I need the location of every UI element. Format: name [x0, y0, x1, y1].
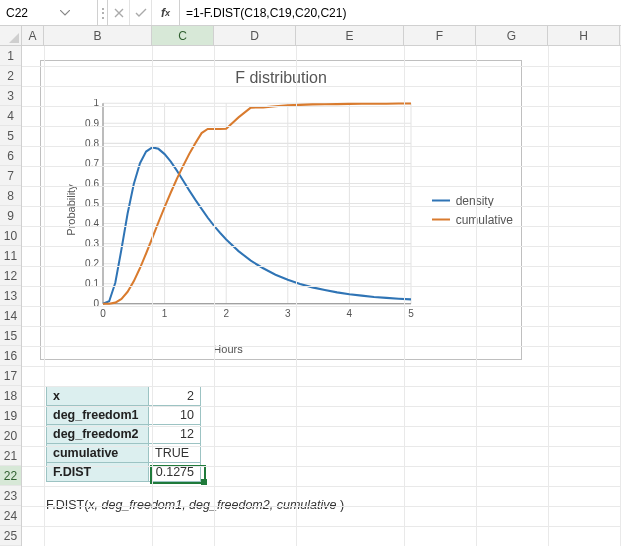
param-value[interactable]: 10 — [149, 406, 201, 425]
svg-text:0.4: 0.4 — [85, 218, 99, 229]
sheet-area[interactable]: F distribution Probability 00.10.20.30.4… — [22, 46, 621, 546]
row-header-22[interactable]: 22 — [0, 466, 21, 486]
formula-bar: ⋮ fx — [0, 0, 621, 26]
row-header-13[interactable]: 13 — [0, 286, 21, 306]
svg-text:3: 3 — [285, 307, 291, 318]
chevron-down-icon[interactable] — [58, 6, 72, 20]
row-header-19[interactable]: 19 — [0, 406, 21, 426]
row-header-6[interactable]: 6 — [0, 146, 21, 166]
svg-text:1: 1 — [162, 307, 168, 318]
svg-text:0: 0 — [100, 307, 106, 318]
row-header-18[interactable]: 18 — [0, 386, 21, 406]
svg-text:0.3: 0.3 — [85, 238, 99, 249]
function-syntax-hint: F.DIST(x, deg_freedom1, deg_freedom2, cu… — [46, 498, 344, 512]
svg-text:1: 1 — [93, 99, 99, 109]
syntax-close: ) — [340, 498, 344, 512]
legend-swatch-cumulative — [432, 219, 450, 221]
column-header-F[interactable]: F — [404, 26, 476, 45]
column-header-H[interactable]: H — [548, 26, 620, 45]
param-value[interactable]: 2 — [149, 387, 201, 406]
accept-formula-button[interactable] — [130, 0, 152, 25]
row-header-24[interactable]: 24 — [0, 506, 21, 526]
row-header-10[interactable]: 10 — [0, 226, 21, 246]
column-headers: ABCDEFGH — [0, 26, 621, 46]
legend-item-cumulative: cumulative — [432, 213, 513, 227]
row-header-15[interactable]: 15 — [0, 326, 21, 346]
column-header-E[interactable]: E — [296, 26, 404, 45]
column-header-C[interactable]: C — [152, 26, 214, 45]
row-header-4[interactable]: 4 — [0, 106, 21, 126]
row-header-2[interactable]: 2 — [0, 66, 21, 86]
x-axis-title: Hours — [41, 343, 415, 355]
row-header-1[interactable]: 1 — [0, 46, 21, 66]
row-header-23[interactable]: 23 — [0, 486, 21, 506]
legend-swatch-density — [432, 200, 450, 202]
row-header-20[interactable]: 20 — [0, 426, 21, 446]
row-header-25[interactable]: 25 — [0, 526, 21, 546]
row-header-5[interactable]: 5 — [0, 126, 21, 146]
column-header-D[interactable]: D — [214, 26, 296, 45]
row-header-7[interactable]: 7 — [0, 166, 21, 186]
table-row: deg_freedom2 12 — [47, 425, 201, 444]
name-box-wrap[interactable] — [0, 0, 98, 25]
chart-title: F distribution — [41, 61, 521, 87]
row-header-11[interactable]: 11 — [0, 246, 21, 266]
svg-text:5: 5 — [408, 307, 414, 318]
svg-text:0.5: 0.5 — [85, 197, 99, 208]
chart-plot-area: 00.10.20.30.40.50.60.70.80.91012345 — [75, 99, 415, 323]
insert-function-button[interactable]: fx — [152, 0, 180, 25]
cancel-formula-button[interactable] — [108, 0, 130, 25]
row-headers: 1234567891011121314151617181920212223242… — [0, 46, 22, 546]
select-all-corner[interactable] — [0, 26, 22, 45]
row-header-12[interactable]: 12 — [0, 266, 21, 286]
row-header-14[interactable]: 14 — [0, 306, 21, 326]
column-header-A[interactable]: A — [22, 26, 44, 45]
param-key[interactable]: deg_freedom1 — [47, 406, 149, 425]
column-header-B[interactable]: B — [44, 26, 152, 45]
row-header-8[interactable]: 8 — [0, 186, 21, 206]
table-row: x 2 — [47, 387, 201, 406]
grid-body: 1234567891011121314151617181920212223242… — [0, 46, 621, 546]
legend-label: cumulative — [456, 213, 513, 227]
row-header-16[interactable]: 16 — [0, 346, 21, 366]
table-row: deg_freedom1 10 — [47, 406, 201, 425]
svg-text:2: 2 — [223, 307, 229, 318]
param-value[interactable]: 12 — [149, 425, 201, 444]
svg-text:0.6: 0.6 — [85, 177, 99, 188]
chart-svg: 00.10.20.30.40.50.60.70.80.91012345 — [75, 99, 415, 323]
svg-text:4: 4 — [347, 307, 353, 318]
param-key[interactable]: x — [47, 387, 149, 406]
formula-input[interactable] — [180, 0, 621, 25]
syntax-fn: F.DIST( — [46, 498, 88, 512]
svg-text:0.1: 0.1 — [85, 278, 99, 289]
svg-text:0.2: 0.2 — [85, 258, 99, 269]
svg-text:0: 0 — [93, 298, 99, 309]
row-header-3[interactable]: 3 — [0, 86, 21, 106]
row-header-17[interactable]: 17 — [0, 366, 21, 386]
row-header-9[interactable]: 9 — [0, 206, 21, 226]
chart-object[interactable]: F distribution Probability 00.10.20.30.4… — [40, 60, 522, 360]
param-key[interactable]: deg_freedom2 — [47, 425, 149, 444]
formula-bar-divider: ⋮ — [98, 0, 108, 25]
row-header-21[interactable]: 21 — [0, 446, 21, 466]
name-box[interactable] — [4, 5, 58, 21]
parameter-table: x 2 deg_freedom1 10 deg_freedom2 12 cumu… — [46, 386, 201, 482]
column-header-G[interactable]: G — [476, 26, 548, 45]
